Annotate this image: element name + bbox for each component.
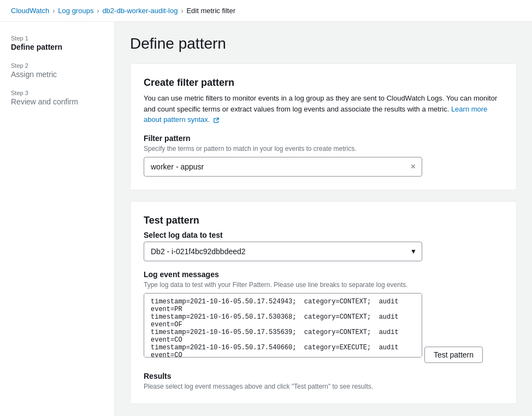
test-pattern-button[interactable]: Test pattern (424, 347, 483, 363)
breadcrumb-sep-1: › (52, 7, 55, 15)
select-log-dropdown[interactable]: Db2 - i-021f4bc92dbbdeed2 (144, 242, 422, 261)
log-event-textarea[interactable] (144, 293, 422, 358)
step-1-item: Step 1 Define pattern (11, 35, 103, 51)
breadcrumb-cloudwatch[interactable]: CloudWatch (11, 7, 49, 15)
breadcrumb-current: Edit metric filter (186, 7, 235, 15)
step-2-item: Step 2 Assign metric (11, 62, 103, 79)
filter-input-wrapper: × (144, 157, 503, 177)
external-link-icon (214, 118, 219, 123)
step-1-label: Step 1 (11, 35, 103, 42)
breadcrumb-sep-2: › (97, 7, 99, 15)
test-pattern-card-title: Test pattern (144, 215, 503, 226)
clear-filter-button[interactable]: × (409, 160, 418, 173)
create-filter-card-desc: You can use metric filters to monitor ev… (144, 93, 503, 125)
sidebar: Step 1 Define pattern Step 2 Assign metr… (0, 22, 115, 416)
step-2-label: Step 2 (11, 62, 103, 69)
page-title: Define pattern (130, 35, 517, 52)
main-layout: Step 1 Define pattern Step 2 Assign metr… (0, 22, 532, 416)
select-log-wrapper: Db2 - i-021f4bc92dbbdeed2 ▼ (144, 242, 422, 261)
breadcrumb-sep-3: › (181, 7, 183, 15)
breadcrumb-log-name[interactable]: db2-db-worker-audit-log (102, 7, 178, 15)
breadcrumb: CloudWatch › Log groups › db2-db-worker-… (0, 0, 532, 22)
filter-pattern-input[interactable] (144, 157, 422, 177)
filter-pattern-hint: Specify the terms or pattern to match in… (144, 145, 503, 153)
create-filter-card: Create filter pattern You can use metric… (130, 63, 517, 190)
select-log-label: Select log data to test (144, 231, 503, 239)
breadcrumb-log-groups[interactable]: Log groups (58, 7, 93, 15)
step-2-title: Assign metric (11, 70, 103, 79)
log-event-hint: Type log data to test with your Filter P… (144, 281, 503, 289)
log-event-label: Log event messages (144, 270, 503, 279)
results-hint: Please select log event messages above a… (144, 383, 503, 390)
create-filter-card-title: Create filter pattern (144, 77, 503, 89)
step-3-title: Review and confirm (11, 97, 103, 106)
step-3-item: Step 3 Review and confirm (11, 90, 103, 106)
test-pattern-card: Test pattern Select log data to test Db2… (130, 201, 517, 404)
results-title: Results (144, 372, 503, 380)
filter-pattern-label: Filter pattern (144, 134, 503, 143)
main-content: Define pattern Create filter pattern You… (115, 22, 532, 416)
step-1-title: Define pattern (11, 43, 103, 51)
step-3-label: Step 3 (11, 90, 103, 96)
